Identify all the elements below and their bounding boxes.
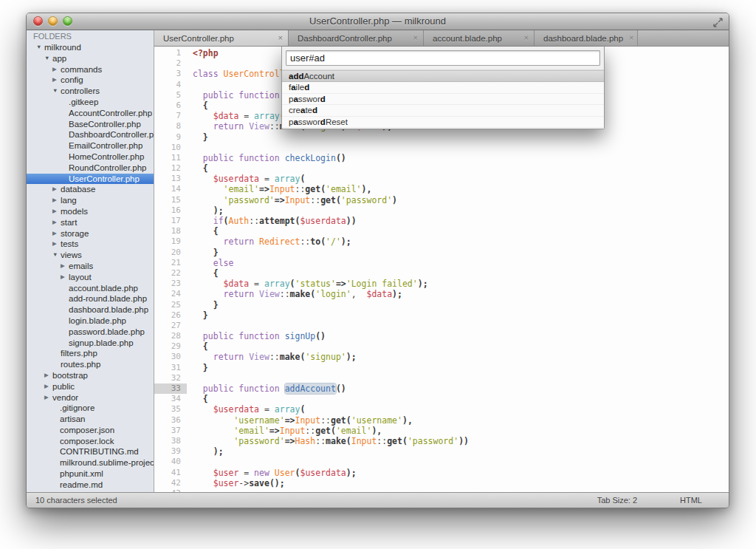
line-number[interactable]: 33 <box>154 383 187 394</box>
sidebar-item[interactable]: account.blade.php <box>27 283 154 294</box>
line-number[interactable]: 35 <box>154 404 187 415</box>
triangle-expanded-icon[interactable]: ▼ <box>36 42 41 53</box>
sidebar-item[interactable]: .gitignore <box>27 403 154 414</box>
code-line[interactable]: 12 { <box>154 163 729 174</box>
line-number[interactable]: 21 <box>154 258 187 268</box>
sidebar-item[interactable]: ▶models <box>27 206 154 217</box>
sidebar-item[interactable]: ▶database <box>27 184 154 195</box>
code-line[interactable]: 28 public function signUp() <box>154 331 729 341</box>
close-button[interactable] <box>33 16 43 26</box>
sidebar-item[interactable]: ▶start <box>27 217 154 228</box>
line-number[interactable]: 5 <box>154 90 187 100</box>
line-number[interactable]: 40 <box>154 457 187 467</box>
triangle-collapsed-icon[interactable]: ▶ <box>52 228 57 239</box>
triangle-collapsed-icon[interactable]: ▶ <box>52 217 57 228</box>
code-line[interactable]: 26 } <box>154 310 729 321</box>
status-syntax[interactable]: HTML <box>680 496 702 505</box>
sidebar-item[interactable]: ▼milkround <box>27 42 154 53</box>
line-number[interactable]: 23 <box>154 279 187 289</box>
line-number[interactable]: 29 <box>154 341 187 352</box>
line-number[interactable]: 10 <box>154 143 187 153</box>
line-number[interactable]: 36 <box>154 415 187 426</box>
triangle-collapsed-icon[interactable]: ▶ <box>52 239 57 250</box>
tab[interactable]: dashboard.blade.php× <box>535 30 638 46</box>
code-line[interactable]: 9 } <box>154 132 729 143</box>
code-line[interactable]: 27 <box>154 321 729 331</box>
sidebar-item[interactable]: ▶bootstrap <box>27 370 154 381</box>
sidebar-item[interactable]: DashboardController.php <box>27 129 154 140</box>
sidebar-item[interactable]: milkround.sublime-project <box>27 457 154 468</box>
tab-close-icon[interactable]: × <box>408 34 418 42</box>
zoom-button[interactable] <box>63 16 72 26</box>
goto-result-item[interactable]: created <box>282 105 604 116</box>
sidebar-item[interactable]: ▶tests <box>27 239 154 250</box>
code-line[interactable]: 25 } <box>154 300 729 310</box>
line-number[interactable]: 17 <box>154 216 187 226</box>
line-number[interactable]: 12 <box>154 163 187 174</box>
line-number[interactable]: 3 <box>154 69 187 79</box>
line-number[interactable]: 20 <box>154 248 187 258</box>
sidebar-item[interactable]: filters.php <box>27 348 154 359</box>
line-number[interactable]: 41 <box>154 468 187 478</box>
code-line[interactable]: 37 'email'=>Input::get('email'), <box>154 426 729 436</box>
code-line[interactable]: 23 $data = array('status'=>'Login failed… <box>154 279 729 289</box>
code-line[interactable]: 19 return Redirect::to('/'); <box>154 236 729 247</box>
triangle-collapsed-icon[interactable]: ▶ <box>52 184 57 195</box>
triangle-collapsed-icon[interactable]: ▶ <box>44 370 49 381</box>
sidebar-item[interactable]: ▶commands <box>27 64 154 75</box>
sidebar-item[interactable]: UserController.php <box>27 174 154 185</box>
code-line[interactable]: 11 public function checkLogin() <box>154 153 729 163</box>
code-line[interactable]: 13 $userdata = array( <box>154 174 729 184</box>
goto-result-item[interactable]: password <box>282 94 604 105</box>
code-line[interactable]: 24 return View::make('login', $data); <box>154 289 729 299</box>
triangle-collapsed-icon[interactable]: ▶ <box>52 206 57 217</box>
line-number[interactable]: 37 <box>154 426 187 436</box>
fullscreen-icon[interactable] <box>713 17 723 27</box>
sidebar-item[interactable]: login.blade.php <box>27 316 154 327</box>
goto-anything-input[interactable] <box>286 50 600 66</box>
code-line[interactable]: 38 'password'=>Hash::make(Input::get('pa… <box>154 436 729 446</box>
sidebar-item[interactable]: RoundController.php <box>27 163 154 174</box>
line-number[interactable]: 24 <box>154 289 187 299</box>
triangle-collapsed-icon[interactable]: ▶ <box>52 195 57 206</box>
line-number[interactable]: 32 <box>154 373 187 383</box>
sidebar-item[interactable]: CONTRIBUTING.md <box>27 446 154 457</box>
sidebar-item[interactable]: artisan <box>27 414 154 425</box>
line-number[interactable]: 15 <box>154 195 187 205</box>
triangle-collapsed-icon[interactable]: ▶ <box>61 272 65 283</box>
code-line[interactable]: 10 <box>154 143 729 153</box>
tab-close-icon[interactable]: × <box>272 34 283 42</box>
line-number[interactable]: 1 <box>154 48 187 58</box>
tab-close-icon[interactable]: × <box>623 34 633 42</box>
triangle-collapsed-icon[interactable]: ▶ <box>44 392 49 403</box>
sidebar-item[interactable]: ▶config <box>27 75 154 86</box>
title-bar[interactable]: UserController.php — milkround <box>27 13 729 30</box>
sidebar-item[interactable]: routes.php <box>27 359 154 370</box>
line-number[interactable]: 31 <box>154 363 187 373</box>
line-number[interactable]: 19 <box>154 236 187 247</box>
code-line[interactable]: 22 { <box>154 268 729 279</box>
sidebar-item[interactable]: add-round.blade.php <box>27 293 154 304</box>
sidebar-item[interactable]: ▶lang <box>27 195 154 206</box>
line-number[interactable]: 6 <box>154 100 187 111</box>
sidebar-item[interactable]: BaseController.php <box>27 119 154 130</box>
code-line[interactable]: 34 { <box>154 394 729 404</box>
triangle-collapsed-icon[interactable]: ▶ <box>52 75 57 86</box>
minimize-button[interactable] <box>48 16 58 26</box>
sidebar-item[interactable]: HomeController.php <box>27 151 154 163</box>
line-number[interactable]: 39 <box>154 446 187 457</box>
sidebar-item[interactable]: ▶public <box>27 381 154 392</box>
line-number[interactable]: 30 <box>154 352 187 362</box>
tab[interactable]: account.blade.php× <box>424 30 535 46</box>
goto-result-item[interactable]: failed <box>282 82 604 93</box>
goto-result-item[interactable]: addAccount <box>282 70 604 82</box>
line-number[interactable]: 13 <box>154 174 187 184</box>
sidebar-item[interactable]: AccountController.php <box>27 108 154 119</box>
line-number[interactable]: 25 <box>154 300 187 310</box>
line-number[interactable]: 42 <box>154 478 187 488</box>
sidebar-item[interactable]: composer.json <box>27 425 154 436</box>
triangle-expanded-icon[interactable]: ▼ <box>44 53 49 64</box>
code-line[interactable]: 36 'username'=>Input::get('username'), <box>154 415 729 426</box>
sidebar-item[interactable]: ▶emails <box>27 261 154 272</box>
sidebar-item[interactable]: ▶layout <box>27 272 154 283</box>
